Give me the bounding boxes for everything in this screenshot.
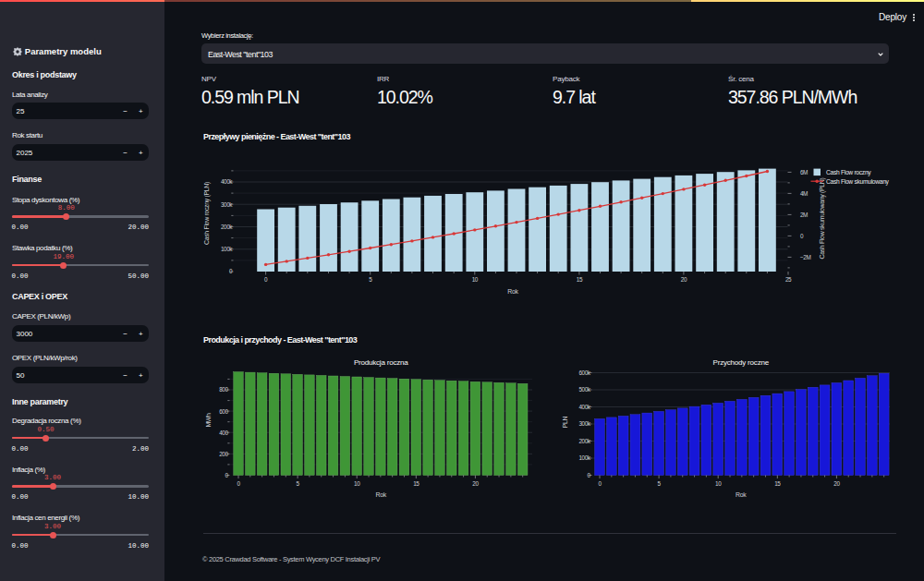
svg-text:10: 10 <box>715 480 722 487</box>
svg-text:800: 800 <box>219 386 228 393</box>
svg-text:Cash Flow skumulowany (PLN): Cash Flow skumulowany (PLN) <box>819 177 826 259</box>
svg-text:PLN: PLN <box>562 416 568 428</box>
svg-text:10: 10 <box>472 276 479 283</box>
svg-text:Cash Flow roczny (PLN): Cash Flow roczny (PLN) <box>203 182 211 245</box>
svg-text:15: 15 <box>774 480 781 487</box>
svg-text:5: 5 <box>658 480 662 487</box>
svg-text:100k: 100k <box>221 246 233 252</box>
svg-text:15: 15 <box>413 480 419 487</box>
svg-text:20: 20 <box>472 480 479 487</box>
svg-text:200k: 200k <box>221 224 233 230</box>
svg-text:0: 0 <box>800 233 804 239</box>
svg-text:Cash Flow roczny: Cash Flow roczny <box>826 169 871 176</box>
svg-text:400k: 400k <box>221 178 233 185</box>
svg-text:4M: 4M <box>800 190 808 197</box>
svg-text:0: 0 <box>598 480 602 487</box>
svg-text:2M: 2M <box>800 212 808 218</box>
svg-text:5: 5 <box>369 276 372 283</box>
svg-text:Cash Flow skumulowany: Cash Flow skumulowany <box>826 178 890 186</box>
svg-text:Rok: Rok <box>736 491 747 498</box>
svg-text:20: 20 <box>681 276 687 283</box>
svg-text:Rok: Rok <box>507 288 518 295</box>
svg-text:300k: 300k <box>578 420 590 427</box>
svg-text:400k: 400k <box>578 404 590 410</box>
svg-text:25: 25 <box>785 276 792 283</box>
svg-text:600: 600 <box>219 408 228 415</box>
svg-text:−2M: −2M <box>800 254 810 260</box>
svg-text:0: 0 <box>237 480 240 487</box>
svg-text:10: 10 <box>354 480 360 487</box>
svg-text:0: 0 <box>264 276 268 283</box>
svg-text:Produkcja roczna: Produkcja roczna <box>354 358 408 367</box>
svg-text:300k: 300k <box>221 201 233 208</box>
svg-text:15: 15 <box>577 276 583 283</box>
svg-text:Przychody roczne: Przychody roczne <box>713 358 770 367</box>
svg-text:6M: 6M <box>800 169 808 176</box>
svg-text:5: 5 <box>297 480 300 487</box>
svg-text:20: 20 <box>833 480 840 487</box>
svg-text:200: 200 <box>219 451 228 457</box>
svg-text:400: 400 <box>219 430 228 436</box>
svg-text:Rok: Rok <box>376 491 387 498</box>
svg-text:500k: 500k <box>578 386 590 393</box>
svg-text:MWh: MWh <box>205 413 212 428</box>
svg-text:200k: 200k <box>578 438 590 444</box>
svg-text:600k: 600k <box>578 369 590 376</box>
svg-text:100k: 100k <box>578 454 590 461</box>
